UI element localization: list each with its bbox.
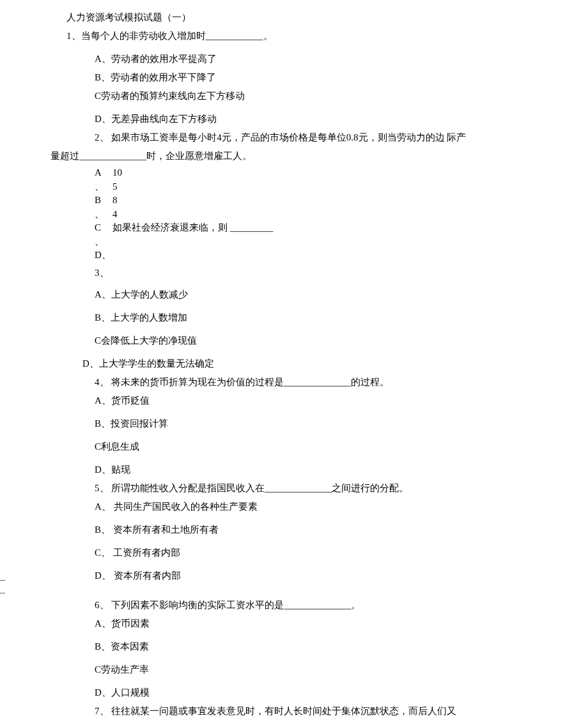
q4-stem: 4、 将未来的货币折算为现在为价值的过程是______________的过程。 xyxy=(95,374,588,390)
crop-mark-icon xyxy=(0,580,5,581)
q1-option-d: D、无差异曲线向左下方移动 xyxy=(95,111,588,126)
q3-option-a: A、上大学的人数减少 xyxy=(95,287,588,302)
q2-left-5: 、 xyxy=(95,236,112,248)
q2-right-0: 10 xyxy=(112,167,588,180)
q5-stem: 5、 所谓功能性收入分配是指国民收入在______________之间进行的分配… xyxy=(95,480,588,496)
q7-stem: 7、 往往就某一问题或事宜发表意见时，有时人长时间处于集体沉默状态，而后人们又 xyxy=(95,703,588,718)
q1-option-b: B、劳动者的效用水平下降了 xyxy=(95,70,588,85)
q3-stem-inline xyxy=(112,236,588,248)
q2-right-4: 如果社会经济衰退来临，则 _________ xyxy=(112,222,588,234)
q2-stem-line1: 2、 如果市场工资率是每小时4元，产品的市场价格是每单位0.8元，则当劳动力的边… xyxy=(95,130,588,145)
document-title: 人力资源考试模拟试题（一） xyxy=(66,10,588,25)
q6-option-d: D、人口规模 xyxy=(95,685,588,700)
q6-option-a: A、货币因素 xyxy=(95,616,588,631)
q1-option-c: C劳动者的预算约束线向左下方移动 xyxy=(95,88,588,103)
q4-option-d: D、贴现 xyxy=(95,462,588,477)
q2-stem-line2: 量超过______________时，企业愿意增雇工人。 xyxy=(50,148,588,164)
q1-stem: 1、当每个人的非劳动收入增加时____________。 xyxy=(66,28,588,43)
q5-option-c: C、 工资所有者内部 xyxy=(95,545,588,560)
q3-option-b: B、上大学的人数增加 xyxy=(95,310,588,325)
q4-option-c: C利息生成 xyxy=(95,439,588,454)
q2-right-3: 4 xyxy=(112,208,588,221)
q5-option-b: B、 资本所有者和土地所有者 xyxy=(95,522,588,537)
q3-option-d: D、上大学学生的数量无法确定 xyxy=(82,356,588,371)
q2-left-3: 、 xyxy=(95,208,112,221)
q6-stem: 6、 下列因素不影响均衡的实际工资水平的是______________。 xyxy=(95,597,588,613)
q3-number: 3、 xyxy=(95,267,112,280)
q1-option-a: A、劳动者的效用水平提高了 xyxy=(95,51,588,66)
q6-option-b: B、资本因素 xyxy=(95,639,588,654)
q2-left-0: A xyxy=(95,167,112,180)
crop-mark-icon xyxy=(0,593,5,593)
q5-option-a: A、 共同生产国民收入的各种生产要素 xyxy=(95,499,588,514)
q5-option-d: D、 资本所有者内部 xyxy=(95,568,588,583)
q3-option-c: C会降低上大学的净现值 xyxy=(95,333,588,348)
q2-options-block: A10 、5 B8 、4 C如果社会经济衰退来临，则 _________ 、 D… xyxy=(95,167,588,279)
q2-right-1: 5 xyxy=(112,181,588,194)
q4-option-b: B、投资回报计算 xyxy=(95,416,588,431)
q6-option-c: C劳动生产率 xyxy=(95,662,588,677)
q2-left-2: B xyxy=(95,194,112,207)
q4-option-a: A、货币贬值 xyxy=(95,393,588,408)
q2-left-4: C xyxy=(95,222,112,234)
q2-left-1: 、 xyxy=(95,181,112,194)
q2-left-6: D、 xyxy=(95,249,112,262)
q2-right-2: 8 xyxy=(112,194,588,207)
